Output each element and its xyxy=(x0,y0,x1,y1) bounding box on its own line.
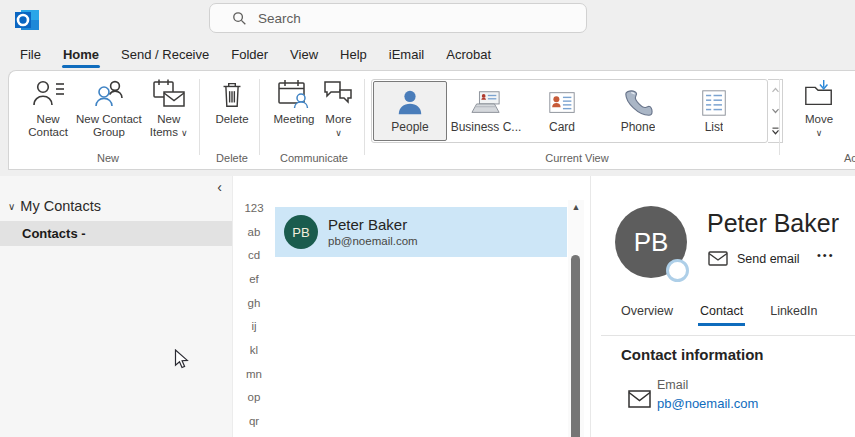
meeting-button[interactable]: Meeting xyxy=(270,75,319,147)
group-label-new: New xyxy=(17,152,199,164)
ribbon: NewContact New ContactGroup xyxy=(8,70,855,170)
email-field-label: Email xyxy=(657,378,688,392)
gallery-scroll-buttons xyxy=(768,79,783,143)
tab-overview[interactable]: Overview xyxy=(621,304,673,326)
view-phone-button[interactable]: Phone xyxy=(601,81,675,141)
alpha-jump-mn[interactable]: mn xyxy=(233,362,275,386)
group-label-delete: Delete xyxy=(205,152,259,164)
ribbon-separator xyxy=(259,79,260,155)
alpha-jump-gh[interactable]: gh xyxy=(233,291,275,315)
detail-contact-name: Peter Baker xyxy=(707,209,839,238)
ribbon-separator xyxy=(199,79,200,155)
outlook-window: File Home Send / Receive Folder View Hel… xyxy=(0,0,855,437)
alpha-jump-ef[interactable]: ef xyxy=(233,267,275,291)
email-link[interactable]: pb@noemail.com xyxy=(657,396,758,411)
delete-icon xyxy=(216,78,248,110)
collapse-sidebar-button[interactable]: ‹ xyxy=(217,179,222,195)
new-contact-group-icon xyxy=(93,78,125,110)
menu-tab-file[interactable]: File xyxy=(9,40,52,68)
alpha-jump-kl[interactable]: kl xyxy=(233,338,275,362)
alpha-jump-123[interactable]: 123 xyxy=(233,196,275,220)
titlebar xyxy=(0,0,855,40)
sidebar-item-contacts[interactable]: Contacts - xyxy=(0,221,232,246)
more-communicate-button[interactable]: More∨ xyxy=(318,75,358,147)
current-view-gallery: People Business C... xyxy=(371,79,768,143)
more-options-button[interactable]: ••• xyxy=(817,249,835,261)
alpha-jump-qr[interactable]: qr xyxy=(233,409,275,433)
scrollbar-thumb[interactable] xyxy=(571,255,580,437)
card-view-icon xyxy=(546,88,578,118)
send-email-label: Send email xyxy=(737,252,800,266)
envelope-icon xyxy=(708,251,728,266)
new-items-icon xyxy=(152,78,186,110)
contact-avatar: PB xyxy=(284,215,318,249)
meeting-icon xyxy=(277,78,310,110)
menu-tab-iemail[interactable]: iEmail xyxy=(378,40,435,68)
view-people-button[interactable]: People xyxy=(373,81,447,141)
alpha-jump-ab[interactable]: ab xyxy=(233,220,275,244)
delete-button[interactable]: Delete xyxy=(211,75,252,147)
move-button[interactable]: Move∨ xyxy=(793,75,845,147)
alpha-jump-cd[interactable]: cd xyxy=(233,243,275,267)
ribbon-group-new: NewContact New ContactGroup xyxy=(17,75,199,167)
my-contacts-header[interactable]: ∨ My Contacts xyxy=(8,198,101,214)
chevron-down-icon: ∨ xyxy=(8,201,15,212)
new-contact-button[interactable]: NewContact xyxy=(24,75,72,147)
new-contact-group-button[interactable]: New ContactGroup xyxy=(72,75,146,147)
contact-information-heading: Contact information xyxy=(621,346,764,363)
folder-sidebar: ‹ ∨ My Contacts Contacts - xyxy=(0,176,233,437)
search-input[interactable] xyxy=(256,10,560,27)
menu-tab-help[interactable]: Help xyxy=(329,40,378,68)
ribbon-separator xyxy=(779,79,780,155)
chat-bubbles-icon xyxy=(322,78,354,110)
group-label-communicate: Communicate xyxy=(263,152,365,164)
contact-name: Peter Baker xyxy=(328,215,418,234)
list-scrollbar[interactable]: ▲ xyxy=(568,200,584,437)
alpha-jump-op[interactable]: op xyxy=(233,386,275,410)
menubar: File Home Send / Receive Folder View Hel… xyxy=(0,40,502,68)
contact-detail-pane: PB Peter Baker Send email ••• Overview C… xyxy=(590,176,855,437)
move-icon xyxy=(803,78,835,110)
menu-tab-send-receive[interactable]: Send / Receive xyxy=(110,40,220,68)
email-icon xyxy=(628,390,651,408)
business-card-view-icon xyxy=(470,88,502,118)
ribbon-group-communicate: Meeting More∨ Communicate xyxy=(263,75,365,167)
search-box[interactable] xyxy=(209,3,587,33)
contact-email: pb@noemail.com xyxy=(328,234,418,249)
ribbon-group-actions: Move∨ MailMerge Actions xyxy=(787,75,855,167)
menu-tab-folder[interactable]: Folder xyxy=(220,40,279,68)
contact-list-pane: 123 ab cd ef gh ij kl mn op qr PB Peter … xyxy=(233,176,590,437)
ribbon-group-current-view: People Business C... xyxy=(371,75,783,167)
send-email-button[interactable]: Send email xyxy=(708,251,800,266)
phone-view-icon xyxy=(623,88,653,118)
detail-tabs: Overview Contact LinkedIn xyxy=(621,304,817,326)
new-contact-icon xyxy=(31,78,65,110)
tab-contact[interactable]: Contact xyxy=(700,304,743,326)
view-card-button[interactable]: Card xyxy=(525,81,599,141)
menu-tab-home[interactable]: Home xyxy=(52,40,110,68)
group-label-current-view: Current View xyxy=(371,152,783,164)
alpha-jump-ij[interactable]: ij xyxy=(233,314,275,338)
ribbon-group-delete: Delete Delete xyxy=(205,75,259,167)
list-view-icon xyxy=(699,88,729,118)
ribbon-separator xyxy=(364,79,365,155)
menu-tab-view[interactable]: View xyxy=(279,40,329,68)
menu-tab-acrobat[interactable]: Acrobat xyxy=(435,40,502,68)
view-list-button[interactable]: List xyxy=(677,81,751,141)
mail-merge-button[interactable]: MailMerge xyxy=(845,75,855,147)
my-contacts-label: My Contacts xyxy=(20,198,101,214)
scrollbar-up-icon[interactable]: ▲ xyxy=(568,202,584,212)
alphabet-index: 123 ab cd ef gh ij kl mn op qr xyxy=(233,196,275,433)
outlook-logo-icon xyxy=(14,7,40,33)
presence-badge xyxy=(666,259,689,282)
tab-linkedin[interactable]: LinkedIn xyxy=(770,304,817,326)
people-view-icon xyxy=(395,88,425,118)
tabs-divider xyxy=(601,335,855,336)
view-business-card-button[interactable]: Business C... xyxy=(449,81,523,141)
group-label-actions: Actions xyxy=(844,152,855,164)
mouse-cursor xyxy=(174,349,189,370)
new-items-button[interactable]: NewItems ∨ xyxy=(146,75,192,147)
contact-list-item-selected[interactable]: PB Peter Baker pb@noemail.com xyxy=(275,207,567,257)
search-icon xyxy=(232,11,247,26)
